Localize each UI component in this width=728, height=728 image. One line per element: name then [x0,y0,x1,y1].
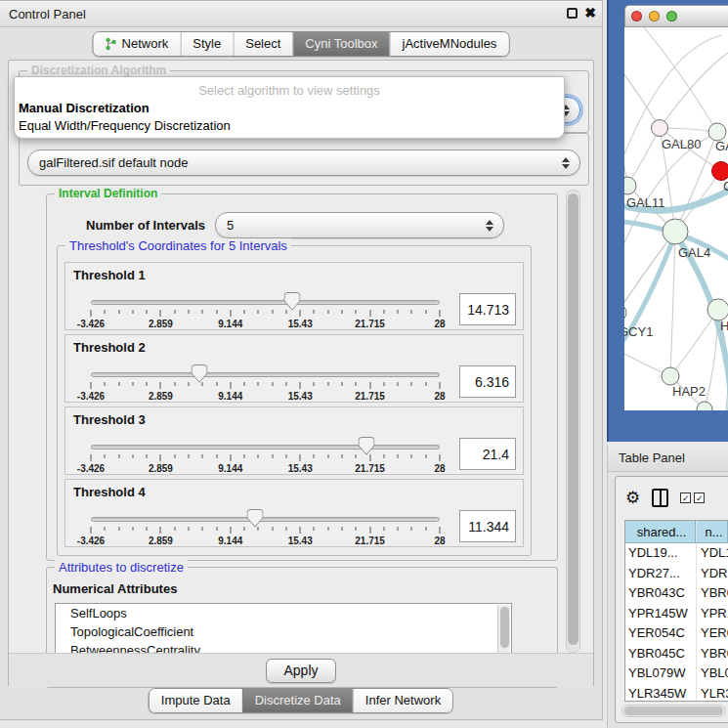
tab-label: Select [245,36,280,51]
number-of-intervals-label: Number of Intervals [86,218,205,233]
close-icon[interactable]: ✖ [584,6,596,20]
number-of-intervals-combo[interactable]: 5 [215,212,504,238]
table-data-combo[interactable]: galFiltered.sif default node [27,150,580,176]
axis-tick-label: -3.426 [77,535,105,546]
network-node-gal4[interactable] [663,219,688,244]
tab-label: Network [122,36,169,51]
tick-mark [327,527,328,531]
tick-mark [285,454,286,458]
minimize-light-icon[interactable] [649,11,660,21]
network-edge[interactable] [644,27,717,132]
tab-select[interactable]: Select [233,32,292,56]
axis-tick-label: 2.859 [149,535,173,546]
tick-mark [272,382,273,386]
axis-tick-label: 9.144 [218,391,242,402]
attribute-list-item[interactable]: SelfLoops [56,604,511,622]
network-node-hap2[interactable] [662,367,679,385]
tick-mark [216,310,217,314]
table-horizontal-scrollbar[interactable] [621,705,726,717]
slider-track[interactable] [91,445,440,450]
node-table-panel: ⚙ ✓ ✓ shared...n... YDL19...YDL1...YDR27… [615,476,728,723]
checkbox-icon[interactable]: ✓ [694,492,705,503]
network-node-c[interactable] [712,162,728,181]
algorithm-option[interactable]: Manual Discretization [19,101,150,115]
axis-tick-label: 9.144 [218,535,242,546]
tick-mark [258,454,259,458]
network-node-gcy1[interactable] [624,304,626,321]
tick-mark [91,454,92,461]
attributes-scrollbar[interactable] [497,605,510,654]
network-view-window: GAL80GACGAL11GAL4GCY1HHAP2 [607,0,728,442]
threshold-value-field[interactable] [459,510,516,542]
tick-mark [383,382,384,386]
network-node-label: GAL80 [662,137,701,151]
network-canvas[interactable]: GAL80GACGAL11GAL4GCY1HHAP2 [624,27,728,410]
network-node-label: GA [715,139,728,153]
checkbox-icon[interactable]: ✓ [680,492,691,503]
tick-mark [272,454,273,458]
tick-mark [314,310,315,314]
tick-mark [327,310,328,314]
tab-cyni-toolbox[interactable]: Cyni Toolbox [292,32,389,56]
tick-mark [356,527,357,531]
tick-mark [118,527,119,531]
network-edge[interactable] [624,232,675,313]
combo-spinner-icon [562,157,570,169]
tick-mark [216,454,217,458]
network-edge[interactable] [624,35,722,174]
thresholds-group: Threshold's Coordinates for 5 Intervals … [57,245,532,556]
network-node-gal80[interactable] [652,120,668,137]
table-row[interactable]: YLR345WYLR3... [625,684,728,703]
table-column-header[interactable]: shared... [625,521,696,542]
attribute-list-item[interactable]: TopologicalCoefficient [56,622,511,641]
tick-mark [398,310,399,314]
threshold-value-field[interactable] [459,365,516,398]
tab-network[interactable]: Network [94,32,181,56]
network-edge[interactable] [670,232,675,376]
threshold-value-field[interactable] [459,293,516,325]
tick-mark [105,527,106,531]
tick-mark [105,310,106,314]
table-column-header[interactable]: n... [696,521,728,542]
table-row[interactable]: YER054CYER0... [625,623,728,644]
tick-mark [285,527,286,531]
table-cell: YER0... [696,623,728,644]
apply-button[interactable]: Apply [266,659,335,683]
float-window-icon[interactable] [567,8,578,19]
panel-scrollbar[interactable] [566,190,580,653]
network-node[interactable] [697,402,712,410]
tick-mark [244,454,245,458]
tick-mark [132,527,133,531]
bottom-tab-impute-data[interactable]: Impute Data [150,689,242,712]
network-edge[interactable] [624,232,675,313]
table-row[interactable]: YPR145WYPR1... [625,604,728,624]
slider-track[interactable] [91,517,440,522]
network-edge[interactable] [670,310,718,376]
tick-mark [202,310,203,314]
bottom-tab-infer-network[interactable]: Infer Network [353,689,452,712]
threshold-value-field[interactable] [459,438,516,470]
gear-icon[interactable]: ⚙ [625,490,640,506]
network-edge[interactable] [624,64,660,128]
bottom-tab-discretize-data[interactable]: Discretize Data [242,689,353,712]
axis-tick-label: 15.43 [288,391,313,402]
zoom-light-icon[interactable] [666,11,677,21]
table-row[interactable]: YDL19...YDL1... [625,543,728,564]
axis-tick-label: 21.715 [355,535,385,546]
tick-mark [342,310,343,314]
network-node-h[interactable] [707,299,728,321]
tab-jactivemnodules[interactable]: jActiveMNodules [390,32,509,56]
slider-track[interactable] [91,300,440,305]
threshold-label: Threshold 4 [73,485,146,499]
close-light-icon[interactable] [631,11,642,21]
axis-tick-label: 2.859 [149,463,173,474]
columns-icon[interactable] [652,489,668,507]
table-row[interactable]: YBR043CYBR0... [625,583,728,604]
table-row[interactable]: YBR045CYBR0... [625,644,728,664]
tab-style[interactable]: Style [180,32,233,56]
algorithm-option[interactable]: Equal Width/Frequency Discretization [19,118,231,133]
slider-track[interactable] [91,372,440,377]
table-row[interactable]: YBL079WYBL0... [625,664,728,684]
table-cell: YBR0... [696,644,728,664]
table-row[interactable]: YDR27...YDR2... [625,564,728,584]
